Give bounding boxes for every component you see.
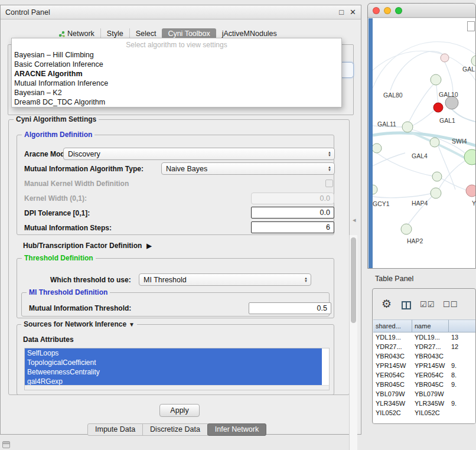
data-attribute-item[interactable]: SelfLoops	[25, 348, 322, 358]
table-row[interactable]: YER054CYER054C8.	[373, 370, 476, 380]
algorithm-option[interactable]: Mutual Information Inference	[12, 79, 341, 88]
network-canvas[interactable]: GAL80GALGAL10GAL11GAL1SWI4GAL4GCY1HAP4HA…	[373, 18, 475, 268]
network-node[interactable]	[466, 185, 475, 197]
scrollbar-thumb[interactable]	[351, 237, 356, 323]
kernel-width-label: Kernel Width (0,1):	[24, 193, 87, 204]
threshold-select[interactable]: MI Threshold ▲▼	[139, 273, 311, 286]
kernel-width-field[interactable]	[251, 193, 334, 204]
select-all-checkboxes-icon[interactable]: ☑☑	[420, 300, 435, 309]
table-row[interactable]: YBR043CYBR043C	[373, 351, 476, 361]
table-row[interactable]: YDL19...YDL19...13	[373, 332, 476, 342]
close-icon[interactable]: ✕	[350, 8, 356, 17]
combo-arrows-icon: ▲▼	[328, 166, 331, 172]
sources-group-title: Sources for Network Inference▼	[21, 320, 137, 328]
dropdown-options: Bayesian – Hill ClimbingBasic Correlatio…	[12, 50, 341, 107]
close-traffic-light[interactable]	[373, 7, 380, 14]
network-edge	[373, 194, 431, 198]
deselect-all-checkboxes-icon[interactable]: ☐☐	[443, 300, 458, 309]
tab-impute-data[interactable]: Impute Data	[87, 423, 143, 436]
threshold-definition-title: Threshold Definition	[22, 254, 96, 262]
network-node[interactable]	[430, 138, 439, 147]
control-panel-titlebar: Control Panel □ ✕	[1, 5, 361, 19]
gear-icon[interactable]: ⚙	[382, 298, 392, 309]
network-node[interactable]	[441, 54, 449, 62]
hub-definition-expander[interactable]: Hub/Transcription Factor Definition ▶	[23, 242, 152, 250]
network-node[interactable]	[431, 188, 441, 198]
manual-kernel-width-label: Manual Kernel Width Definition	[24, 178, 129, 190]
column-header-clipped[interactable]	[449, 319, 476, 332]
table-row[interactable]: YIL052CYIL052C	[373, 408, 476, 418]
dropdown-placeholder: Select algorithm to view settings	[12, 38, 341, 50]
network-view-window: GAL80GALGAL10GAL11GAL1SWI4GAL4GCY1HAP4HA…	[367, 3, 476, 269]
table-row[interactable]: YBR045CYBR045C9.	[373, 380, 476, 389]
data-attribute-item[interactable]: TopologicalCoefficient	[25, 358, 322, 367]
column-header-name[interactable]: name	[412, 319, 449, 332]
network-node[interactable]	[401, 224, 412, 234]
column-header-shared-name[interactable]: shared...	[373, 319, 412, 332]
mi-steps-field[interactable]	[251, 221, 334, 233]
expand-arrow-icon: ▶	[146, 242, 151, 250]
network-graph: GAL80GALGAL10GAL11GAL1SWI4GAL4GCY1HAP4HA…	[373, 18, 475, 268]
network-edge	[412, 110, 434, 126]
network-node[interactable]	[432, 172, 442, 181]
settings-scrollbar[interactable]	[349, 235, 357, 450]
network-edge	[373, 42, 475, 88]
network-edge	[439, 161, 465, 189]
network-node[interactable]	[402, 122, 413, 132]
mi-threshold-field[interactable]	[249, 302, 331, 314]
bottom-tabs: Impute Data Discretize Data Infer Networ…	[87, 423, 266, 436]
table-header-row: shared... name	[373, 319, 476, 332]
zoom-traffic-light[interactable]	[395, 7, 402, 14]
network-node[interactable]	[373, 185, 377, 194]
network-node-label: GAL80	[383, 92, 403, 99]
algorithm-option[interactable]: Dream8 DC_TDC Algorithm	[12, 97, 341, 107]
panel-splitter-handle[interactable]: ◂	[353, 216, 356, 224]
combo-arrows-icon: ▲▼	[328, 151, 331, 157]
network-node[interactable]	[433, 103, 443, 112]
data-attribute-item[interactable]: BetweennessCentrality	[25, 367, 322, 377]
network-node-label: GAL1	[439, 117, 455, 124]
network-window-titlebar[interactable]	[368, 4, 475, 18]
network-node-label: GCY1	[373, 200, 390, 207]
network-focus-border	[369, 18, 373, 268]
table-row[interactable]: YBL079WYBL079W	[373, 389, 476, 399]
combo-arrows-icon: ▲▼	[304, 277, 308, 283]
network-node[interactable]	[445, 96, 458, 109]
network-node[interactable]	[464, 149, 475, 165]
network-edge	[373, 153, 405, 166]
mi-algorithm-type-select[interactable]: Naive Bayes ▲▼	[161, 162, 335, 175]
algorithm-option[interactable]: Bayesian – K2	[12, 88, 341, 97]
table-row[interactable]: YDR27...YDR27...12	[373, 342, 476, 351]
network-node[interactable]	[373, 144, 382, 153]
restore-panel-icon[interactable]	[2, 441, 10, 448]
network-edge	[452, 109, 475, 122]
network-node-label: SWI4	[452, 138, 467, 145]
apply-button[interactable]: Apply	[159, 404, 200, 417]
list-horizontal-scrollbar[interactable]	[25, 385, 329, 390]
aracne-mode-select[interactable]: Discovery ▲▼	[63, 148, 335, 160]
network-node[interactable]	[471, 56, 475, 66]
birdseye-toggle[interactable]	[467, 21, 475, 31]
dpi-tolerance-label: DPI Tolerance [0,1]:	[24, 207, 90, 219]
algorithm-option[interactable]: Basic Correlation Inference	[12, 60, 341, 69]
column-browser-icon[interactable]	[402, 301, 411, 309]
algorithm-option[interactable]: Bayesian – Hill Climbing	[12, 50, 341, 60]
float-window-icon[interactable]: □	[339, 8, 344, 17]
network-node-label: Y	[472, 200, 475, 207]
network-node[interactable]	[431, 74, 441, 85]
minimize-traffic-light[interactable]	[384, 7, 391, 14]
control-panel-window: Control Panel □ ✕ Network Style Select C…	[0, 5, 361, 435]
table-row[interactable]: YLR345WYLR345W9.	[373, 399, 476, 408]
manual-kernel-width-checkbox[interactable]	[325, 180, 333, 187]
collapse-arrow-icon[interactable]: ▼	[129, 321, 135, 328]
dpi-tolerance-field[interactable]	[251, 207, 334, 219]
table-row[interactable]: YPR145WYPR145W9.	[373, 361, 476, 370]
tab-infer-network[interactable]: Infer Network	[207, 423, 266, 436]
mi-threshold-label: Mutual Information Threshold:	[29, 302, 131, 314]
mi-threshold-definition-title: MI Threshold Definition	[27, 288, 110, 296]
network-edge	[373, 51, 475, 82]
tab-discretize-data[interactable]: Discretize Data	[142, 423, 208, 436]
network-node-label: HAP2	[407, 237, 423, 244]
algorithm-option[interactable]: ARACNE Algorithm	[12, 69, 341, 79]
data-attributes-list[interactable]: SelfLoopsTopologicalCoefficientBetweenne…	[24, 348, 330, 390]
